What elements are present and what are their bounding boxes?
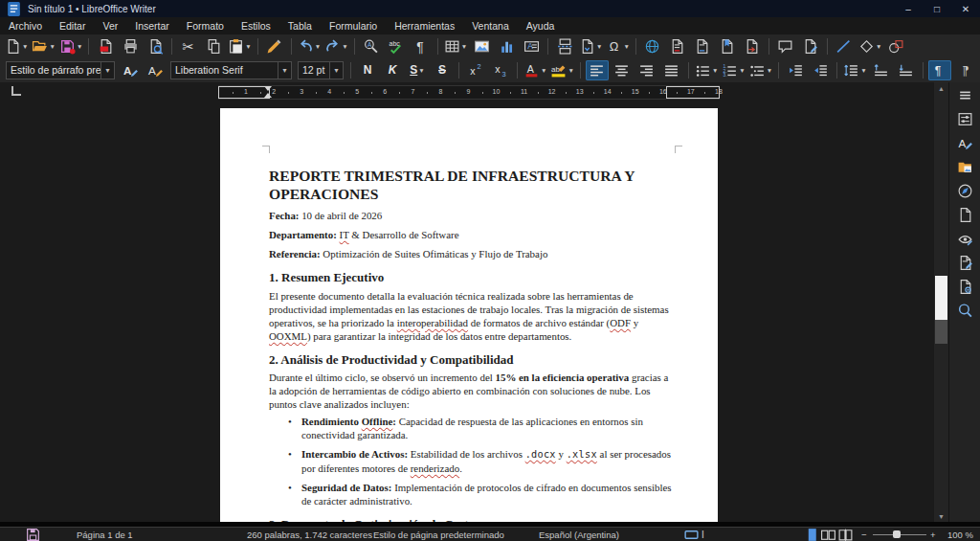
page-style-status[interactable]: Estilo de página predeterminado	[373, 528, 504, 541]
new-style-button[interactable]: A	[144, 60, 167, 80]
dropdown-arrow-icon[interactable]: ▼	[342, 43, 347, 50]
insert-hyperlink-button[interactable]	[641, 36, 664, 56]
document-content[interactable]: REPORTE TRIMESTRAL DE INFRAESTRUCTURA Y …	[269, 167, 676, 532]
sidebar-accessibility-check-icon[interactable]	[952, 276, 977, 298]
dropdown-arrow-icon[interactable]: ▼	[739, 67, 745, 74]
find-replace-button[interactable]: A	[360, 36, 383, 56]
new-document-button[interactable]: ▼	[4, 36, 29, 56]
basic-shapes-button[interactable]: ▼	[858, 36, 882, 56]
export-pdf-button[interactable]	[94, 36, 117, 56]
subscript-button[interactable]: x3	[489, 60, 512, 80]
zoom-level[interactable]: 100 %	[947, 528, 973, 541]
sidebar-navigator-icon[interactable]	[952, 180, 977, 202]
page-count-status[interactable]: Página 1 de 1	[77, 528, 133, 541]
insert-mode-ibeam-icon[interactable]: I	[702, 528, 704, 541]
line-spacing-button[interactable]: ▼	[842, 60, 867, 80]
font-color-button[interactable]: A▼	[523, 60, 547, 80]
dropdown-arrow-icon[interactable]: ▼	[461, 43, 467, 50]
book-view-icon[interactable]	[837, 528, 854, 541]
menu-formulario[interactable]: Formulario	[321, 17, 386, 34]
insert-footnote-button[interactable]	[666, 36, 689, 56]
print-button[interactable]	[119, 36, 142, 56]
sidebar-gallery-icon[interactable]	[952, 156, 977, 178]
menu-herramientas[interactable]: Herramientas	[386, 17, 463, 34]
open-button[interactable]: ▼	[31, 36, 56, 56]
insert-field-button[interactable]: ▼	[578, 36, 603, 56]
italic-button[interactable]: K	[381, 60, 404, 80]
sidebar-properties-icon[interactable]	[952, 108, 977, 130]
align-justify-button[interactable]	[660, 60, 683, 80]
paste-button[interactable]: ▼	[227, 36, 252, 56]
align-center-button[interactable]	[611, 60, 634, 80]
insert-comment-button[interactable]	[774, 36, 797, 56]
insert-bookmark-button[interactable]	[716, 36, 739, 56]
copy-button[interactable]	[202, 36, 225, 56]
sidebar-styles-icon[interactable]: A	[952, 132, 977, 154]
menu-ver[interactable]: Ver	[94, 17, 126, 34]
increase-indent-button[interactable]	[784, 60, 807, 80]
menu-editar[interactable]: Editar	[51, 17, 94, 34]
insert-line-button[interactable]	[833, 36, 856, 56]
superscript-button[interactable]: x2	[464, 60, 487, 80]
font-size-combobox[interactable]: 12 pt▼	[298, 61, 344, 79]
word-count-status[interactable]: 260 palabras, 1.742 caracteres	[247, 528, 372, 541]
dropdown-arrow-icon[interactable]: ▼	[568, 67, 573, 74]
sidebar-manage-changes-icon[interactable]	[952, 252, 977, 274]
zoom-slider-thumb[interactable]	[893, 530, 901, 538]
language-status[interactable]: Español (Argentina)	[539, 528, 619, 541]
bold-button[interactable]: N	[356, 60, 379, 80]
increase-para-spacing-button[interactable]	[870, 60, 893, 80]
align-right-button[interactable]	[635, 60, 658, 80]
cut-button[interactable]: ✂	[177, 36, 200, 56]
zoom-out-button[interactable]: −	[861, 528, 867, 541]
sidebar-sidebar-menu-icon[interactable]	[952, 84, 977, 106]
underline-button[interactable]: S▼	[406, 60, 429, 80]
dropdown-arrow-icon[interactable]: ▼	[418, 67, 424, 74]
menu-ayuda[interactable]: Ayuda	[518, 17, 564, 34]
dropdown-arrow-icon[interactable]: ▼	[541, 67, 546, 74]
dropdown-arrow-icon[interactable]: ▼	[624, 43, 630, 50]
dropdown-arrow-icon[interactable]: ▼	[22, 43, 28, 50]
print-preview-button[interactable]	[144, 36, 167, 56]
dropdown-arrow-icon[interactable]: ▼	[712, 67, 718, 74]
close-button[interactable]: ✕	[951, 0, 980, 17]
insert-special-character-button[interactable]: Ω▼	[606, 36, 631, 56]
vertical-scrollbar[interactable]: ▲ ▼	[933, 82, 948, 522]
sidebar-find-icon[interactable]	[952, 300, 977, 322]
dropdown-arrow-icon[interactable]: ▼	[767, 67, 772, 74]
dropdown-arrow-icon[interactable]: ▼	[860, 67, 866, 74]
menu-archivo[interactable]: Archivo	[0, 17, 51, 34]
dropdown-arrow-icon[interactable]: ▼	[876, 43, 881, 50]
menu-tabla[interactable]: Tabla	[279, 17, 321, 34]
single-page-view-icon[interactable]	[804, 528, 820, 541]
insert-cross-reference-button[interactable]	[741, 36, 764, 56]
dropdown-arrow-icon[interactable]: ▼	[596, 43, 602, 50]
decrease-indent-button[interactable]	[809, 60, 832, 80]
undo-button[interactable]: ▼	[297, 36, 322, 56]
left-to-right-button[interactable]: ¶	[928, 60, 951, 80]
right-to-left-button[interactable]: ¶	[953, 60, 976, 80]
formatting-marks-button[interactable]: ¶	[410, 36, 433, 56]
scrollbar-thumb[interactable]	[935, 276, 947, 320]
spelling-button[interactable]: abc	[385, 36, 408, 56]
maximize-button[interactable]: □	[923, 0, 951, 17]
paragraph-style-combobox[interactable]: Estilo de párrafo predetermi▼	[6, 61, 115, 79]
zoom-in-button[interactable]: +	[930, 528, 936, 541]
dropdown-arrow-icon[interactable]: ▼	[245, 43, 251, 50]
strikethrough-button[interactable]: S	[431, 60, 454, 80]
insert-table-button[interactable]: ▼	[443, 36, 468, 56]
scroll-up-arrow-icon[interactable]: ▲	[934, 82, 948, 94]
decrease-para-spacing-button[interactable]	[895, 60, 918, 80]
redo-button[interactable]: ▼	[323, 36, 348, 56]
insert-endnote-button[interactable]	[691, 36, 714, 56]
scroll-down-arrow-icon[interactable]: ▼	[934, 510, 948, 522]
update-style-button[interactable]: A	[119, 60, 142, 80]
dropdown-arrow-icon[interactable]: ▼	[49, 43, 55, 50]
align-left-button[interactable]	[586, 60, 609, 80]
document-page[interactable]: REPORTE TRIMESTRAL DE INFRAESTRUCTURA Y …	[220, 108, 718, 530]
insert-image-button[interactable]	[470, 36, 493, 56]
clone-formatting-button[interactable]	[263, 36, 286, 56]
save-button[interactable]: ▼	[58, 36, 83, 56]
tab-stop-selector[interactable]	[11, 86, 21, 96]
highlight-color-button[interactable]: ab▼	[549, 60, 574, 80]
